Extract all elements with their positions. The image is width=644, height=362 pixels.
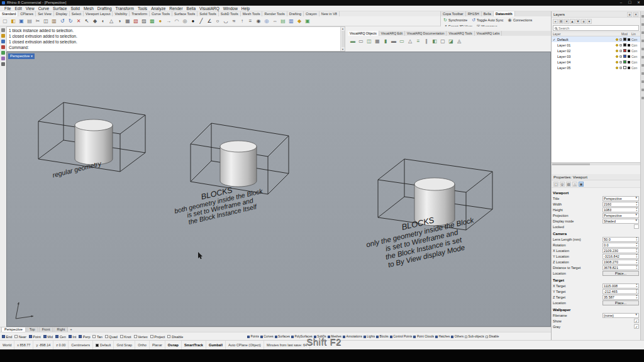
maximize-button[interactable]: ☐ — [626, 0, 633, 6]
menu-item[interactable]: Render — [167, 6, 184, 11]
properties-icon[interactable]: ▥ — [287, 18, 295, 25]
control-arrows-icon[interactable] — [636, 237, 638, 241]
toggle-auto-sync-button[interactable]: ↺ Toggle Auto Sync — [470, 17, 504, 23]
extrude-icon[interactable]: ↑ — [238, 18, 246, 25]
copy-icon[interactable]: ◫ — [42, 18, 50, 25]
visualarq-tab[interactable]: VisualARQ Documentation — [405, 31, 447, 36]
layer-row[interactable]: ✓ Default Con — [552, 36, 640, 42]
scene-regular-geometry[interactable]: regular geometry — [38, 102, 145, 179]
point-icon[interactable]: ● — [189, 18, 197, 25]
control-arrows-icon[interactable] — [636, 202, 638, 206]
layer-lock-icon[interactable] — [619, 67, 622, 69]
status-cell[interactable]: Planar — [150, 341, 165, 349]
zoom-icon[interactable]: ◎ — [263, 18, 270, 25]
osnap-toggle[interactable]: Tan — [92, 335, 102, 339]
boolean-icon[interactable]: ◉ — [255, 18, 262, 25]
help-panel-tab-icon[interactable] — [641, 64, 644, 67]
property-value[interactable]: 2160 — [602, 202, 639, 207]
layer-linetype[interactable]: Con — [631, 60, 639, 64]
osnap-toggle[interactable]: Knot — [120, 335, 131, 339]
curve-icon[interactable]: ≈ — [230, 18, 238, 25]
menu-item[interactable]: Edit — [13, 6, 23, 11]
dimension-style-icon[interactable]: △ — [572, 182, 577, 187]
property-value[interactable]: -3216.842 — [602, 254, 639, 259]
toolbar-tab[interactable]: Crayon — [304, 11, 319, 16]
materials-panel-tab-icon[interactable] — [641, 40, 644, 42]
door-icon[interactable]: ◫ — [365, 37, 373, 45]
status-cell[interactable]: Gumball — [206, 341, 226, 349]
toolbar-tab[interactable]: Display — [54, 11, 70, 16]
viewport-title-tab[interactable]: Perspective — [8, 53, 35, 59]
move-icon[interactable]: ◆ — [91, 18, 99, 25]
status-cell[interactable]: Grid Snap — [114, 341, 135, 349]
layer-visibility-bulb-icon[interactable] — [616, 55, 618, 58]
status-cell[interactable]: World — [0, 341, 14, 349]
offset-icon[interactable]: ◎ — [181, 18, 189, 25]
filter-toggle[interactable]: Others — [451, 335, 464, 338]
layer-row[interactable]: Layer 02 Con — [552, 48, 640, 53]
layer-tools-button[interactable]: ▾ — [587, 19, 592, 24]
control-arrows-icon[interactable] — [636, 260, 638, 263]
property-value[interactable] — [634, 224, 639, 229]
layer-visibility-bulb-icon[interactable] — [616, 61, 618, 63]
save-file-icon[interactable]: ▣ — [18, 18, 25, 25]
filter-toggle[interactable]: Lights — [364, 335, 375, 338]
toolbar-tab[interactable]: Curve Tools — [150, 11, 172, 16]
status-cell[interactable]: y -898.14 — [33, 341, 53, 349]
menu-item[interactable]: Curve — [36, 6, 51, 11]
menu-item[interactable]: VisualARQ — [197, 6, 221, 11]
new-file-icon[interactable]: ▢ — [1, 18, 9, 25]
gumball-icon[interactable]: ◆ — [296, 18, 303, 25]
print-icon[interactable]: ▤ — [26, 18, 33, 25]
array-icon[interactable]: ▦ — [124, 18, 131, 25]
select-sidebar-icon[interactable] — [1, 45, 5, 49]
column-header-lin[interactable]: Lin — [631, 32, 639, 36]
tools-sidebar-icon[interactable] — [1, 62, 5, 66]
transform-sidebar-icon[interactable] — [1, 57, 5, 60]
cylinder-body[interactable] — [75, 125, 113, 165]
connections-button[interactable]: ◉ Connections — [507, 17, 534, 23]
layer-visibility-bulb-icon[interactable] — [616, 50, 618, 52]
layer-row[interactable]: Layer 04 Con — [552, 59, 640, 65]
new-viewport-tab-button[interactable] — [69, 327, 74, 332]
scroll-up-icon[interactable] — [341, 27, 344, 30]
layer-linetype[interactable]: Con — [631, 66, 639, 70]
view-sidebar-icon[interactable] — [1, 40, 5, 43]
control-arrows-icon[interactable] — [636, 295, 638, 299]
texture-mapping-icon[interactable]: ▨ — [566, 182, 571, 187]
command-scrollbar[interactable] — [340, 27, 345, 51]
layer-row[interactable]: Layer 01 Con — [552, 42, 640, 48]
arc-icon[interactable]: ◡ — [222, 18, 230, 25]
property-value[interactable]: 50.0 — [602, 237, 639, 242]
osnap-toggle[interactable]: Perp — [79, 335, 90, 339]
toolbar-tab[interactable]: Select — [70, 11, 84, 16]
loft-icon[interactable]: ≡ — [247, 18, 254, 25]
layer-material-swatch[interactable] — [628, 61, 630, 63]
layer-material-swatch[interactable] — [628, 38, 630, 41]
osnap-toggle[interactable]: Point — [29, 335, 41, 339]
osnap-toggle[interactable]: Mid — [43, 335, 53, 339]
synchronize-button[interactable]: ↻ Synchronize — [442, 17, 469, 23]
property-value[interactable]: 35.587 — [602, 295, 639, 300]
furniture-icon[interactable]: ◧ — [431, 37, 438, 45]
status-cell[interactable]: Centimeters — [69, 341, 93, 349]
layer-material-swatch[interactable] — [628, 67, 630, 69]
layer-row[interactable]: Layer 05 Con — [552, 65, 640, 70]
scrollbar-thumb[interactable] — [552, 163, 590, 165]
property-value[interactable]: Perspective — [602, 213, 639, 218]
select-icon[interactable]: ↖ — [83, 18, 91, 25]
extend-icon[interactable]: → — [165, 18, 172, 25]
layer-lock-icon[interactable] — [619, 55, 622, 58]
new-layer-button[interactable]: + — [553, 19, 558, 24]
display-panel-tab-icon[interactable] — [641, 31, 644, 34]
layer-color-swatch[interactable] — [623, 55, 626, 58]
menu-item[interactable]: Drafting — [96, 6, 114, 11]
osnap-toggle[interactable]: Vertex — [134, 335, 148, 339]
material-icon[interactable]: ◎ — [560, 182, 565, 187]
viewport-perspective[interactable]: Perspective regular geometry — [6, 52, 551, 327]
beam-icon[interactable]: ▬ — [390, 37, 397, 45]
circle-icon[interactable]: ○ — [214, 18, 221, 25]
redo-icon[interactable]: ↻ — [67, 18, 74, 25]
toolbar-tab[interactable]: Drafting — [287, 11, 304, 16]
layer-lock-icon[interactable] — [619, 61, 622, 63]
